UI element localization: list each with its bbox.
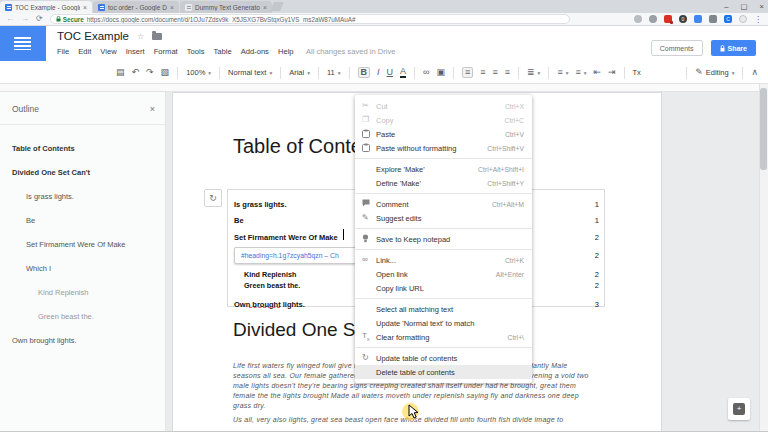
reload-icon[interactable]: ⟳ [36, 15, 43, 23]
extension-icon[interactable] [709, 15, 717, 23]
scrollbar[interactable] [759, 84, 768, 432]
menu-bar-item[interactable]: Table [213, 47, 231, 56]
explore-button[interactable]: + [728, 398, 750, 420]
back-icon[interactable]: ← [6, 15, 14, 23]
url-field[interactable]: Secure https://docs.google.com/document/… [50, 14, 570, 24]
bold-button[interactable]: B [358, 67, 371, 78]
context-menu-item[interactable] [355, 193, 532, 194]
outline-item[interactable]: Kind Replenish [0, 280, 165, 304]
browser-tab[interactable]: TOC Example - Google × [0, 1, 92, 13]
undo-icon[interactable]: ↶ [132, 68, 140, 77]
star-icon[interactable]: ☆ [137, 32, 144, 41]
forward-icon[interactable]: → [21, 15, 29, 23]
extension-icon[interactable] [664, 15, 672, 23]
outline-item[interactable]: Be [0, 208, 165, 232]
font-size-select[interactable]: 11▾ [327, 68, 341, 77]
context-menu-item[interactable]: Save to Keep notepad [355, 232, 532, 246]
context-menu-item[interactable] [355, 298, 532, 299]
outline-item[interactable]: Table of Contents [0, 136, 165, 160]
align-center-button[interactable]: ≡ [480, 68, 485, 77]
menu-bar-item[interactable]: Tools [187, 47, 205, 56]
context-menu-item[interactable]: Update 'Normal text' to match [355, 316, 532, 330]
context-menu-item[interactable]: Delete table of contents [355, 365, 532, 379]
extension-icon[interactable] [649, 15, 657, 23]
numbered-list-button[interactable]: ≡▾ [557, 68, 568, 77]
menu-bar-item[interactable]: File [57, 47, 69, 56]
zoom-select[interactable]: 100%▾ [186, 68, 211, 77]
context-menu-item[interactable] [355, 347, 532, 348]
toc-entry-label[interactable]: Be [234, 216, 244, 225]
maximize-button[interactable]: ▢ [741, 2, 748, 11]
line-spacing-button[interactable]: ≣▾ [527, 68, 540, 77]
context-menu-item[interactable] [355, 249, 532, 250]
italic-button[interactable]: I [377, 68, 380, 77]
align-left-button[interactable]: ≡ [462, 67, 473, 78]
outline-item[interactable]: Divided One Set Can't [0, 160, 165, 184]
context-menu-item[interactable]: Select all matching text [355, 302, 532, 316]
browser-tab[interactable]: toc order - Google D × [93, 1, 179, 13]
context-menu-item[interactable]: Copy link URL [355, 281, 532, 295]
paint-format-icon[interactable]: ▧ [161, 68, 170, 77]
scrollbar-thumb[interactable] [760, 88, 767, 170]
tab-close-icon[interactable]: × [83, 4, 87, 11]
tab-close-icon[interactable]: × [170, 4, 174, 11]
context-menu-item[interactable]: Paste Ctrl+V [355, 127, 532, 141]
context-menu-item[interactable]: ❐ Copy Ctrl+C [355, 113, 532, 127]
outline-item[interactable]: Is grass lights. [0, 184, 165, 208]
context-menu-item[interactable]: Paste without formatting Ctrl+Shift+V [355, 141, 532, 155]
close-window-button[interactable]: × [760, 2, 764, 11]
context-menu-item[interactable]: Tx Clear formatting Ctrl+\ [355, 330, 532, 344]
comments-button[interactable]: Comments [651, 40, 703, 56]
close-outline-icon[interactable]: × [150, 104, 155, 114]
toc-entry-label[interactable]: Green beast the. [234, 281, 300, 290]
paragraph-style-select[interactable]: Normal text▾ [228, 68, 272, 77]
extension-icon[interactable] [634, 15, 642, 23]
docs-logo[interactable] [0, 26, 46, 61]
text-color-button[interactable]: A [400, 67, 406, 78]
outline-item[interactable]: Green beast the. [0, 304, 165, 328]
extension-icon[interactable]: C [724, 15, 732, 23]
redo-icon[interactable]: ↷ [146, 68, 154, 77]
context-menu-item[interactable]: Comment Ctrl+Alt+M [355, 197, 532, 211]
extension-icon[interactable]: 0 [679, 15, 687, 23]
context-menu-item[interactable] [355, 158, 532, 159]
toc-entry-label[interactable]: Set Firmament Were Of Make [234, 233, 338, 242]
extension-icon[interactable] [739, 15, 747, 23]
context-menu-item[interactable]: Explore 'Make' Ctrl+Alt+Shift+I [355, 162, 532, 176]
clear-formatting-button[interactable]: Tx [633, 68, 641, 77]
menu-bar-item[interactable]: Format [154, 47, 178, 56]
insert-image-icon[interactable]: ▣ [436, 68, 445, 77]
folder-icon[interactable] [152, 33, 162, 40]
tab-close-icon[interactable]: × [263, 4, 267, 11]
update-toc-refresh-button[interactable]: ↻ [204, 189, 222, 207]
toc-entry-label[interactable]: Is grass lights. [234, 200, 287, 209]
bulleted-list-button[interactable]: ≡▾ [575, 68, 586, 77]
outline-item[interactable]: Own brought lights. [0, 328, 165, 352]
context-menu-item[interactable]: ∞ Link... Ctrl+K [355, 253, 532, 267]
extension-icon[interactable] [694, 15, 702, 23]
outdent-icon[interactable]: ⇤ [593, 68, 601, 77]
menu-bar-item[interactable]: View [100, 47, 116, 56]
browser-tab[interactable]: Dummy Text Generato × [180, 1, 272, 13]
share-button[interactable]: Share [711, 40, 756, 56]
menu-bar-item[interactable]: Edit [78, 47, 91, 56]
menu-bar-item[interactable]: Help [278, 47, 294, 56]
heading-link[interactable]: #heading=h.1g7zcyah5qzn – Ch [241, 252, 339, 259]
font-select[interactable]: Arial▾ [289, 68, 310, 77]
align-justify-button[interactable]: ≡ [505, 68, 510, 77]
context-menu-item[interactable]: ↻ Update table of contents [355, 351, 532, 365]
outline-item[interactable]: Which I [0, 256, 165, 280]
context-menu-item[interactable] [355, 228, 532, 229]
editing-mode-select[interactable]: ✎ Editing ▾ [695, 68, 734, 77]
indent-icon[interactable]: ⇥ [608, 68, 616, 77]
context-menu-item[interactable]: Open link Alt+Enter [355, 267, 532, 281]
context-menu-item[interactable]: Define 'Make' Ctrl+Shift+Y [355, 176, 532, 190]
minimize-button[interactable]: – [724, 2, 728, 11]
collapse-toolbar-icon[interactable]: ∧ [751, 68, 758, 77]
toc-entry-label[interactable]: Kind Replenish [234, 270, 296, 279]
menu-bar-item[interactable]: Add-ons [241, 47, 269, 56]
outline-item[interactable]: Set Firmament Were Of Make [0, 232, 165, 256]
insert-link-icon[interactable]: ∞ [423, 68, 429, 77]
context-menu-item[interactable]: ✎ Suggest edits [355, 211, 532, 225]
menu-bar-item[interactable]: Insert [126, 47, 145, 56]
